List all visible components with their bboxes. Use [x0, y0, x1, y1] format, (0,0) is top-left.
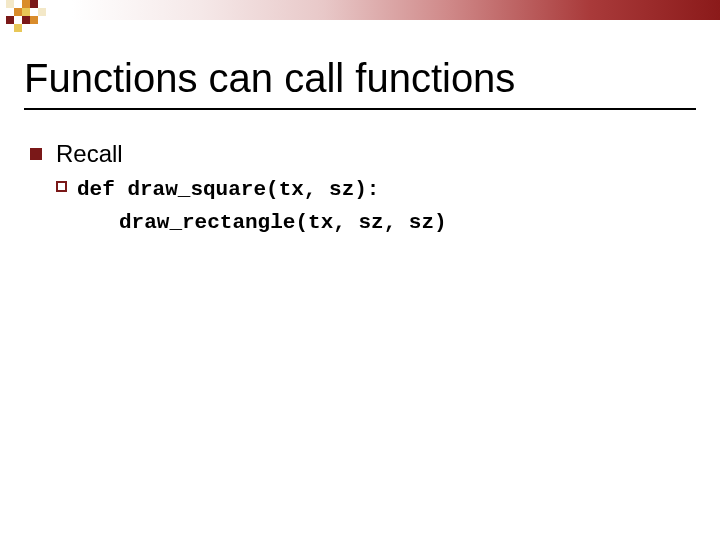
top-accent-bar — [0, 0, 720, 36]
gradient-bar — [0, 0, 720, 20]
pixel-logo — [0, 0, 80, 32]
bullet-level1: Recall — [30, 140, 690, 168]
square-bullet-icon — [30, 148, 42, 160]
title-underline — [24, 108, 696, 110]
code-block: def draw_square(tx, sz): draw_rectangle(… — [77, 174, 447, 239]
hollow-square-bullet-icon — [56, 181, 67, 192]
code-line-2: draw_rectangle(tx, sz, sz) — [119, 207, 447, 240]
code-line-1: def draw_square(tx, sz): — [77, 174, 447, 207]
bullet-level2: def draw_square(tx, sz): draw_rectangle(… — [56, 174, 690, 239]
bullet-text: Recall — [56, 140, 123, 168]
slide-title: Functions can call functions — [24, 56, 515, 101]
slide-content: Recall def draw_square(tx, sz): draw_rec… — [30, 140, 690, 239]
